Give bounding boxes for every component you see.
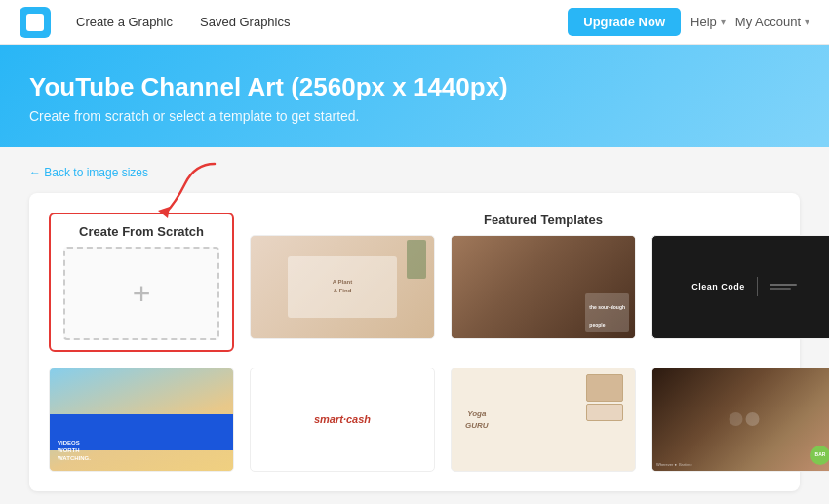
template-3[interactable]: Clean Code	[651, 235, 829, 339]
upgrade-button[interactable]: Upgrade Now	[568, 8, 681, 36]
template-7[interactable]: BAR Wherever ● Bartime	[651, 368, 829, 472]
bar-badge-text: BAR	[815, 452, 826, 458]
templates-grid: Create From Scratch + Featured Templates…	[49, 213, 780, 352]
template-4[interactable]: VIDEOSWORTHWATCHING.	[49, 368, 234, 472]
featured-label: Featured Templates	[250, 213, 829, 227]
navbar: Create a Graphic Saved Graphics Upgrade …	[0, 0, 829, 45]
hero-subtitle: Create from scratch or select a template…	[29, 108, 800, 124]
template-1[interactable]: A Plant& Find	[250, 235, 435, 339]
hero-title: YouTube Channel Art (2560px x 1440px)	[29, 72, 800, 102]
logo-icon	[26, 14, 44, 31]
account-button[interactable]: My Account ▾	[735, 15, 809, 29]
create-scratch-section: Create From Scratch +	[49, 213, 234, 352]
desert-text: VIDEOSWORTHWATCHING.	[58, 440, 91, 462]
help-chevron-icon: ▾	[721, 17, 726, 27]
featured-grid: A Plant& Find the sour-doughpeople	[250, 235, 829, 339]
template-2[interactable]: the sour-doughpeople	[451, 235, 636, 339]
smart-cash-text: smart·cash	[314, 413, 371, 425]
nav-right: Upgrade Now Help ▾ My Account ▾	[568, 8, 809, 36]
back-link[interactable]: ← Back to image sizes	[29, 166, 148, 179]
bar-badge: BAR	[810, 446, 829, 465]
app-logo[interactable]	[20, 7, 51, 38]
template-5[interactable]: smart·cash	[250, 368, 435, 472]
second-row-templates: VIDEOSWORTHWATCHING. smart·cash YogaGURU	[49, 368, 780, 472]
featured-section: Featured Templates A Plant& Find	[250, 213, 829, 339]
plus-icon: +	[133, 278, 151, 309]
create-scratch-button[interactable]: +	[63, 247, 219, 340]
clean-code-text: Clean Code	[691, 282, 745, 291]
template-6[interactable]: YogaGURU	[451, 368, 636, 472]
hero-banner: YouTube Channel Art (2560px x 1440px) Cr…	[0, 45, 829, 147]
nav-create-graphic[interactable]: Create a Graphic	[64, 9, 184, 35]
nav-saved-graphics[interactable]: Saved Graphics	[188, 9, 302, 35]
help-button[interactable]: Help ▾	[691, 15, 726, 29]
create-scratch-label: Create From Scratch	[79, 224, 204, 239]
nav-links: Create a Graphic Saved Graphics	[64, 9, 568, 35]
account-chevron-icon: ▾	[805, 17, 809, 27]
templates-card: Create From Scratch + Featured Templates…	[29, 193, 800, 491]
main-content: ← Back to image sizes Create From Scratc…	[0, 147, 829, 504]
